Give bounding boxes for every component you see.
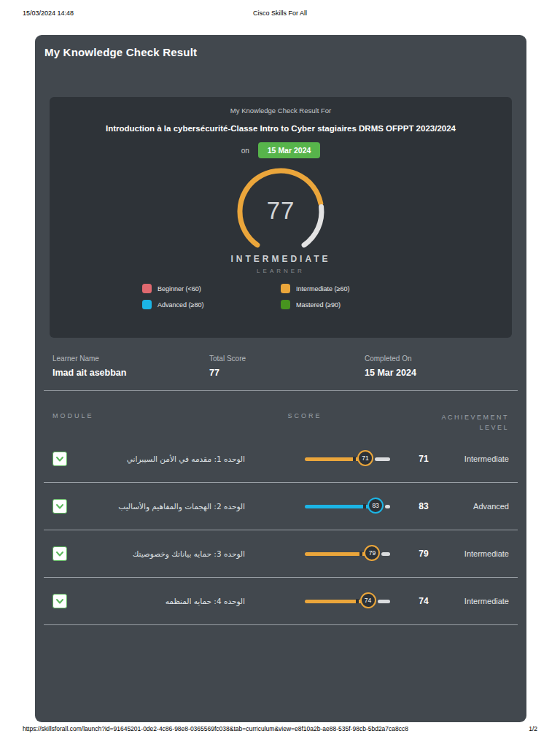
learner-name-value: Imad ait asebban: [52, 368, 209, 378]
completed-on-label: Completed On: [365, 355, 509, 363]
completed-on-value: 15 Mar 2024: [365, 368, 509, 378]
legend-item: Intermediate (≥60): [281, 284, 419, 293]
legend-item: Mastered (≥90): [281, 300, 419, 309]
result-card: My Knowledge Check Result My Knowledge C…: [35, 35, 526, 722]
slider-tick: [356, 599, 359, 603]
legend: Beginner (<60)Intermediate (≥60)Advanced…: [136, 284, 425, 309]
slider-thumb: 79: [364, 545, 380, 561]
on-label: on: [241, 147, 249, 155]
print-header: 15/03/2024 14:48 Cisco Skills For All: [23, 9, 537, 17]
course-title: Introduction à la cybersécurité-Classe I…: [50, 124, 512, 133]
learner-name-label: Learner Name: [52, 355, 209, 363]
legend-item: Beginner (<60): [142, 284, 281, 293]
header-score: SCORE: [270, 412, 340, 433]
module-score-slider[interactable]: 74: [305, 593, 390, 609]
expand-module-button[interactable]: [52, 499, 67, 514]
table-row: الوحده 4: حمايه المنظمه 74 74 Intermedia…: [44, 578, 518, 625]
legend-label: Mastered (≥90): [296, 301, 341, 309]
legend-swatch: [281, 284, 290, 293]
expand-module-button[interactable]: [52, 452, 67, 466]
module-score-value: 83: [406, 501, 441, 511]
legend-swatch: [142, 300, 152, 309]
chevron-down-icon: [54, 595, 66, 607]
score-gauge: 77: [226, 166, 335, 252]
total-score-gauge-value: 77: [226, 197, 335, 225]
legend-label: Beginner (<60): [158, 285, 201, 293]
legend-item: Advanced (≥80): [142, 300, 281, 309]
slider-thumb: 71: [357, 450, 373, 466]
achievement-level-label: INTERMEDIATE: [50, 254, 512, 264]
total-score-label: Total Score: [209, 355, 365, 363]
module-score-slider[interactable]: 71: [305, 451, 390, 467]
module-score-slider[interactable]: 79: [305, 546, 390, 562]
slider-rest: [378, 600, 390, 603]
module-achievement-level: Intermediate: [441, 549, 509, 558]
module-achievement-level: Intermediate: [441, 597, 509, 605]
header-achievement-level: ACHIEVEMENT LEVEL: [340, 412, 509, 433]
print-footer: https://skillsforall.com/launch?id=91645…: [23, 725, 537, 732]
module-name: الوحده 4: حمايه المنظمه: [77, 597, 245, 605]
legend-label: Advanced (≥80): [158, 301, 203, 309]
legend-swatch: [142, 284, 152, 293]
slider-tick: [359, 551, 362, 556]
chevron-down-icon: [54, 548, 66, 560]
completed-on-col: Completed On 15 Mar 2024: [365, 355, 509, 378]
legend-swatch: [281, 300, 290, 309]
expand-module-button[interactable]: [52, 594, 67, 608]
module-rows: الوحده 1: مقدمه في الأمن السيبراني 71 71…: [44, 436, 518, 625]
slider-tick: [363, 504, 366, 508]
learner-name-col: Learner Name Imad ait asebban: [52, 355, 209, 378]
slider-fill: [305, 600, 368, 603]
completed-on-row: on 15 Mar 2024: [50, 142, 512, 158]
chevron-down-icon: [54, 500, 66, 512]
table-row: الوحده 3: حمايه بياناتك وخصوصيتك 79 79 I…: [44, 530, 518, 578]
module-score-slider[interactable]: 83: [305, 498, 390, 514]
slider-rest: [375, 457, 390, 461]
expand-module-button[interactable]: [52, 546, 67, 561]
slider-thumb: 74: [360, 592, 376, 608]
slider-rest: [385, 505, 390, 508]
footer-url: https://skillsforall.com/launch?id=91645…: [23, 725, 408, 732]
slider-rest: [381, 552, 390, 556]
page-title: My Knowledge Check Result: [35, 35, 526, 58]
section-divider: [44, 390, 518, 391]
module-name: الوحده 3: حمايه بياناتك وخصوصيتك: [77, 549, 245, 558]
module-achievement-level: Intermediate: [441, 454, 509, 463]
module-name: الوحده 1: مقدمه في الأمن السيبراني: [77, 454, 245, 463]
legend-label: Intermediate (≥60): [296, 285, 349, 293]
summary-panel: My Knowledge Check Result For Introducti…: [50, 97, 512, 338]
module-score-value: 71: [406, 454, 441, 464]
module-score-value: 74: [406, 596, 441, 606]
module-achievement-level: Advanced: [441, 502, 509, 511]
footer-page-number: 1/2: [529, 725, 537, 732]
slider-fill: [305, 457, 365, 461]
date-badge: 15 Mar 2024: [258, 142, 321, 158]
modules-table-header: MODULE SCORE ACHIEVEMENT LEVEL: [35, 412, 526, 433]
print-site-title: Cisco Skills For All: [23, 9, 537, 17]
slider-tick: [353, 457, 356, 461]
learner-info-section: Learner Name Imad ait asebban Total Scor…: [35, 338, 526, 378]
learner-sublabel: LEARNER: [50, 268, 512, 274]
chevron-down-icon: [54, 453, 66, 465]
total-score-value: 77: [209, 368, 365, 378]
module-score-value: 79: [406, 549, 441, 559]
table-row: الوحده 1: مقدمه في الأمن السيبراني 71 71…: [44, 436, 518, 483]
table-row: الوحده 2: الهجمات والمفاهيم والأساليب 83…: [44, 483, 518, 530]
slider-thumb: 83: [368, 498, 384, 514]
total-score-col: Total Score 77: [209, 355, 365, 378]
header-module: MODULE: [52, 412, 270, 433]
module-name: الوحده 2: الهجمات والمفاهيم والأساليب: [77, 502, 245, 511]
summary-heading: My Knowledge Check Result For: [50, 107, 512, 115]
